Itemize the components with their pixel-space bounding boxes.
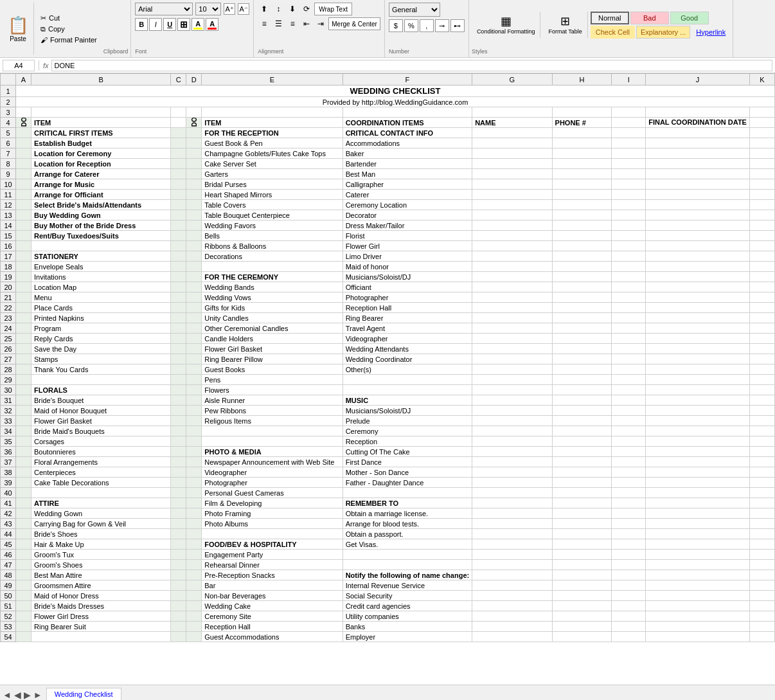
cell-f46[interactable] [343,550,472,560]
cell-h44[interactable] [552,529,612,539]
cell-f6[interactable]: Accommodations [343,138,472,148]
cell-e51[interactable]: Wedding Cake [202,601,343,611]
cell-k43[interactable] [749,519,774,529]
cell-f45[interactable]: Get Visas. [343,539,472,550]
cell-c32[interactable] [171,406,186,416]
cell-d11[interactable] [186,190,202,200]
cell-c24[interactable] [171,323,186,334]
cell-h46[interactable] [552,550,612,560]
cell-k48[interactable] [749,570,774,580]
cut-button[interactable]: ✂ Cut [38,13,100,23]
cell-h19[interactable] [552,272,612,282]
cell-j12[interactable] [646,200,750,210]
cell-c47[interactable] [171,560,186,570]
col-header-f[interactable]: F [343,74,472,85]
cell-a18[interactable] [16,262,31,272]
font-size-select[interactable]: 10 [195,3,221,15]
cell-h33[interactable] [552,416,612,426]
cell-b41[interactable]: ATTIRE [31,498,171,508]
font-name-select[interactable]: Arial [135,3,193,15]
cell-g19[interactable] [472,272,552,282]
cell-c17[interactable] [171,251,186,262]
cell-j10[interactable] [646,179,750,190]
cell-f33[interactable]: Prelude [343,416,472,426]
format-table-button[interactable]: ⊞ Format Table [543,12,587,38]
cell-k47[interactable] [749,560,774,570]
empty-cell[interactable] [472,107,552,118]
cell-g51[interactable] [472,601,552,611]
spreadsheet-container[interactable]: A B C D E F G H I J K 1WEDDING CHECKLIST… [0,73,775,685]
cell-k14[interactable] [749,220,774,231]
cell-b34[interactable]: Bride Maid's Bouquets [31,426,171,436]
cell-a21[interactable] [16,292,31,303]
cell-i20[interactable] [612,282,646,292]
cell-c19[interactable] [171,272,186,282]
cell-k8[interactable] [749,159,774,169]
cell-d25[interactable] [186,334,202,344]
cell-a26[interactable] [16,344,31,354]
cell-c15[interactable] [171,231,186,241]
cell-e46[interactable]: Engagement Party [202,550,343,560]
cell-b29[interactable] [31,375,171,385]
cell-e36[interactable]: PHOTO & MEDIA [202,447,343,457]
empty-cell[interactable] [186,107,202,118]
increase-decimal-button[interactable]: ⊷ [450,19,465,32]
cell-j29[interactable] [646,375,750,385]
decrease-decimal-button[interactable]: ⊸ [435,19,449,32]
cell-d21[interactable] [186,292,202,303]
cell-e18[interactable] [202,262,343,272]
cell-f11[interactable]: Caterer [343,190,472,200]
cell-a9[interactable] [16,169,31,179]
cell-i17[interactable] [612,251,646,262]
cell-g9[interactable] [472,169,552,179]
cell-i12[interactable] [612,200,646,210]
cell-f5[interactable]: CRITICAL CONTACT INFO [343,128,472,138]
dollar-button[interactable]: $ [389,19,403,32]
cell-a28[interactable] [16,364,31,375]
cell-h7[interactable] [552,148,612,159]
cell-h9[interactable] [552,169,612,179]
cell-k46[interactable] [749,550,774,560]
cell-h42[interactable] [552,508,612,519]
cell-f35[interactable]: Reception [343,436,472,447]
cell-k49[interactable] [749,580,774,591]
cell-g41[interactable] [472,498,552,508]
cell-e32[interactable]: Pew Ribbons [202,406,343,416]
cell-d24[interactable] [186,323,202,334]
cell-d40[interactable] [186,488,202,498]
align-right-button[interactable]: ≡ [286,17,299,30]
cell-d36[interactable] [186,447,202,457]
cell-b44[interactable]: Bride's Shoes [31,529,171,539]
cell-b5[interactable]: CRITICAL FIRST ITEMS [31,128,171,138]
cell-i32[interactable] [612,406,646,416]
cell-e34[interactable] [202,426,343,436]
cell-i24[interactable] [612,323,646,334]
cell-e44[interactable] [202,529,343,539]
cell-g13[interactable] [472,210,552,220]
cell-j50[interactable] [646,591,750,601]
cell-j23[interactable] [646,313,750,323]
col-header-j[interactable]: J [646,74,750,85]
cell-f31[interactable]: MUSIC [343,395,472,406]
cell-e40[interactable]: Personal Guest Cameras [202,488,343,498]
cell-a52[interactable] [16,611,31,622]
col-header-h[interactable]: H [552,74,612,85]
cell-e30[interactable]: Flowers [202,385,343,395]
cell-e24[interactable]: Other Ceremonial Candles [202,323,343,334]
cell-c13[interactable] [171,210,186,220]
cell-b8[interactable]: Location for Reception [31,159,171,169]
cell-e8[interactable]: Cake Server Set [202,159,343,169]
cell-f27[interactable]: Wedding Coordinator [343,354,472,364]
col-header-i[interactable]: I [612,74,646,85]
cell-h25[interactable] [552,334,612,344]
cell-h20[interactable] [552,282,612,292]
cell-a15[interactable] [16,231,31,241]
cell-k9[interactable] [749,169,774,179]
cell-j8[interactable] [646,159,750,169]
cell-i6[interactable] [612,138,646,148]
cell-g16[interactable] [472,241,552,251]
cell-j51[interactable] [646,601,750,611]
cell-f15[interactable]: Florist [343,231,472,241]
cell-k26[interactable] [749,344,774,354]
cell-g48[interactable] [472,570,552,580]
